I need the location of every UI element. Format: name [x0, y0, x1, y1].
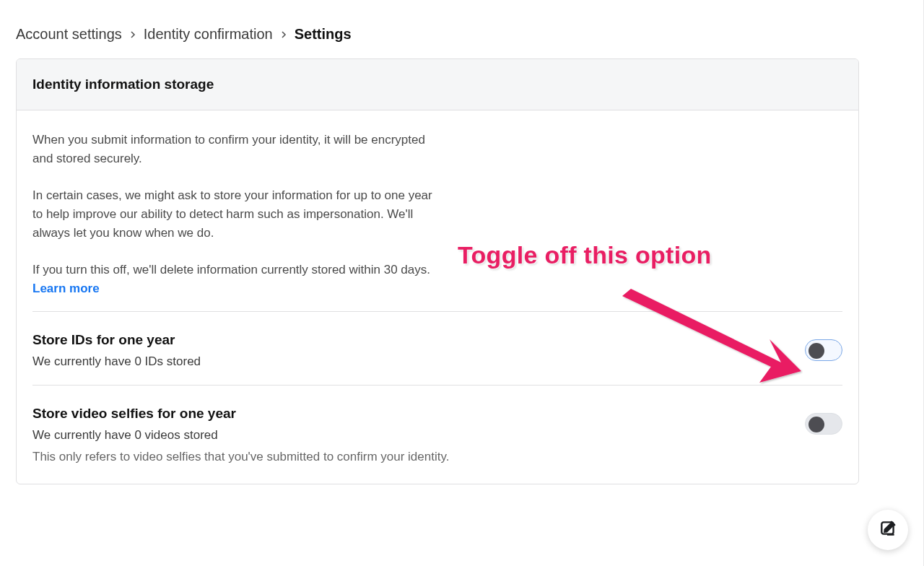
- intro-paragraph-3-text: If you turn this off, we'll delete infor…: [32, 263, 430, 277]
- setting-subtitle-store-ids: We currently have 0 IDs stored: [32, 352, 201, 371]
- chevron-right-icon: [129, 30, 136, 40]
- intro-paragraph-1: When you submit information to confirm y…: [32, 131, 437, 169]
- identity-storage-card: Identity information storage When you su…: [16, 58, 859, 484]
- setting-subtitle-store-video-selfies: We currently have 0 videos stored: [32, 426, 449, 445]
- learn-more-link[interactable]: Learn more: [32, 282, 100, 295]
- setting-title-store-video-selfies: Store video selfies for one year: [32, 406, 449, 422]
- compose-button[interactable]: [868, 510, 908, 550]
- toggle-knob-icon: [808, 343, 824, 359]
- breadcrumb-account-settings[interactable]: Account settings: [16, 26, 122, 43]
- edit-icon: [879, 519, 897, 541]
- breadcrumb-identity-confirmation[interactable]: Identity confirmation: [144, 26, 273, 43]
- chevron-right-icon: [280, 30, 287, 40]
- toggle-store-ids[interactable]: [805, 339, 842, 361]
- toggle-knob-icon: [808, 417, 824, 432]
- card-title: Identity information storage: [17, 59, 858, 110]
- setting-row-store-ids: Store IDs for one year We currently have…: [32, 311, 842, 384]
- setting-title-store-ids: Store IDs for one year: [32, 332, 201, 348]
- breadcrumb-current-settings: Settings: [295, 26, 352, 43]
- breadcrumb: Account settings Identity confirmation S…: [16, 26, 908, 43]
- intro-paragraph-2: In certain cases, we might ask to store …: [32, 186, 437, 243]
- toggle-store-video-selfies[interactable]: [805, 413, 842, 435]
- setting-row-store-video-selfies: Store video selfies for one year We curr…: [32, 385, 842, 477]
- setting-help-store-video-selfies: This only refers to video selfies that y…: [32, 448, 449, 466]
- intro-paragraph-3: If you turn this off, we'll delete infor…: [32, 261, 437, 299]
